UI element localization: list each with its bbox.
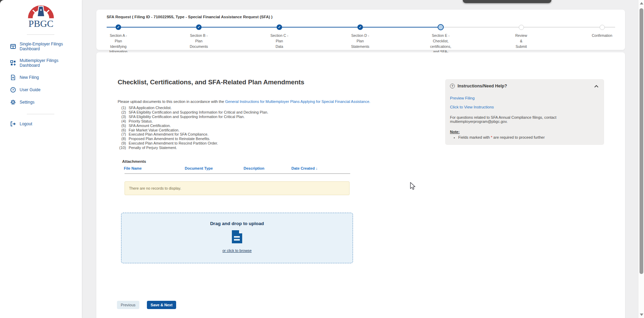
sidebar-item-label: New Filing — [20, 75, 39, 80]
step-completed-icon: ✓ — [277, 24, 282, 30]
sidebar-item-multiemployer-dashboard[interactable]: Multiemployer Filings Dashboard — [0, 55, 82, 71]
filing-title: SFA Request ( Filing ID - 710022955, Typ… — [107, 15, 272, 19]
step-section-c[interactable]: ✓ Section C - Plan Data — [260, 24, 299, 49]
help-panel-body: Preview Filing Click to View Instruction… — [445, 92, 604, 145]
scrollbar-thumb[interactable] — [640, 8, 643, 274]
grid-plus-icon — [10, 60, 16, 66]
sidebar: ★ PBGC Single-Employer Filings Dashboard… — [0, 0, 82, 318]
contact-text: For questions related to SFA Annual Comp… — [450, 115, 599, 124]
checklist-item: (9)Executed Plan Amendment to Rescind Pa… — [116, 141, 268, 146]
gear-icon — [10, 99, 16, 105]
sort-descending-icon: ↓ — [316, 166, 318, 170]
intro-text: Please upload documents to this section … — [118, 99, 370, 104]
sidebar-item-logout[interactable]: Logout — [0, 118, 82, 130]
checklist-item: (1)SFA Application Checklist. — [116, 106, 268, 110]
step-label: Section C - Plan Data — [260, 33, 299, 49]
intro-prefix: Please upload documents to this section … — [118, 99, 225, 104]
step-section-d[interactable]: ✓ Section D - Plan Statements — [341, 24, 379, 49]
wizard-stepper: ✓ Section A - Plan Identifying Informati… — [96, 24, 625, 48]
note-list: Fields marked with * are required to pro… — [450, 135, 599, 139]
step-label: Confirmation — [583, 33, 621, 39]
step-pending-icon — [519, 25, 524, 30]
scroll-down-arrow-icon[interactable] — [640, 314, 643, 316]
sidebar-item-settings[interactable]: Settings — [0, 96, 82, 108]
sidebar-divider — [27, 34, 54, 35]
checklist-item: (3)SFA Eligibility Certification and Sup… — [116, 115, 268, 119]
column-header-description[interactable]: Description — [244, 166, 291, 170]
step-completed-icon: ✓ — [357, 24, 363, 30]
filing-header-card: SFA Request ( Filing ID - 710022955, Typ… — [96, 10, 625, 50]
vertical-scrollbar[interactable] — [638, 0, 644, 318]
sidebar-item-user-guide[interactable]: ? User Guide — [0, 84, 82, 96]
column-header-file-name[interactable]: File Name — [124, 166, 185, 170]
question-circle-icon: ? — [450, 84, 455, 88]
step-review-submit[interactable]: Review & Submit — [502, 24, 540, 49]
general-instructions-link[interactable]: General Instructions for Multiemployer P… — [225, 99, 370, 104]
no-records-message: There are no records to display. — [129, 186, 181, 190]
save-and-next-button[interactable]: Save & Next — [147, 301, 176, 309]
upload-title: Drag and drop to upload — [210, 221, 264, 226]
table-header-rule — [125, 173, 350, 174]
form-actions: Previous Save & Next — [117, 301, 176, 309]
step-section-b[interactable]: ✓ Section B - Plan Documents — [180, 24, 218, 49]
scroll-up-arrow-icon[interactable] — [640, 2, 643, 4]
step-completed-icon: ✓ — [196, 24, 202, 30]
upload-dropzone[interactable]: Drag and drop to upload or click to brow… — [121, 213, 353, 263]
step-completed-icon: ✓ — [116, 24, 121, 30]
checklist-item: (4)Priority Status. — [116, 119, 268, 124]
sidebar-item-single-employer-dashboard[interactable]: Single-Employer Filings Dashboard — [0, 38, 82, 55]
pbgc-logo: ★ PBGC — [0, 0, 82, 30]
sidebar-item-label: User Guide — [20, 87, 41, 92]
attachments-heading: Attachments — [122, 159, 146, 163]
sidebar-divider — [27, 114, 54, 114]
collapsed-browser-toast — [463, 0, 551, 3]
click-to-browse-link[interactable]: or click to browse — [223, 248, 252, 253]
column-header-date-created[interactable]: Date Created↓ — [291, 166, 351, 170]
document-upload-icon — [231, 230, 243, 245]
preview-filing-link[interactable]: Preview Filing — [450, 96, 599, 100]
column-header-document-type[interactable]: Document Type — [185, 166, 244, 170]
checklist-item: (6)Fair Market Value Certification. — [116, 128, 268, 132]
checklist-item: (7)Executed Plan Amendment for SFA Compl… — [116, 132, 268, 137]
view-instructions-link[interactable]: Click to View Instructions — [450, 105, 599, 109]
step-pending-icon — [600, 25, 605, 30]
note-label: Note: — [450, 130, 599, 134]
step-label: Section A - Plan Identifying Information — [99, 33, 138, 55]
help-circle-icon: ? — [10, 87, 16, 93]
page-title: Checklist, Certifications, and SFA-Relat… — [118, 78, 304, 86]
step-confirmation[interactable]: Confirmation — [583, 24, 621, 39]
help-panel-header[interactable]: ? Instructions/Need Help? — [445, 79, 604, 92]
svg-text:PBGC: PBGC — [29, 18, 54, 29]
chevron-up-icon[interactable] — [594, 83, 599, 89]
new-file-icon — [10, 75, 16, 80]
checklist-item: (5)SFA Amount Certification. — [116, 124, 268, 128]
svg-text:★: ★ — [40, 8, 42, 12]
svg-text:?: ? — [12, 88, 14, 92]
instructions-help-panel: ? Instructions/Need Help? Preview Filing… — [445, 79, 604, 145]
checklist-item: (10)Penalty of Perjury Statement. — [116, 146, 268, 150]
sidebar-item-label: Single-Employer Filings Dashboard — [20, 42, 79, 51]
dashboard-icon — [10, 44, 16, 49]
step-section-a[interactable]: ✓ Section A - Plan Identifying Informati… — [99, 24, 138, 55]
note-item: Fields marked with * are required to pro… — [458, 135, 599, 139]
checklist-item: (8)Proposed Plan Amendment to Reinstate … — [116, 137, 268, 141]
step-label: Section D - Plan Statements — [341, 33, 379, 49]
attachments-table-header: File Name Document Type Description Date… — [124, 166, 351, 170]
sidebar-item-new-filing[interactable]: New Filing — [0, 71, 82, 84]
sidebar-item-label: Logout — [20, 121, 32, 126]
checklist-item: (2)SFA Eligibility Certification and Sup… — [116, 110, 268, 115]
help-panel-title: Instructions/Need Help? — [458, 84, 594, 88]
logout-icon — [10, 121, 16, 127]
sidebar-item-label: Settings — [20, 100, 34, 105]
step-current-icon — [438, 24, 444, 30]
step-label: Section B - Plan Documents — [180, 33, 218, 49]
document-checklist: (1)SFA Application Checklist. (2)SFA Eli… — [116, 106, 268, 150]
previous-button[interactable]: Previous — [117, 301, 139, 309]
no-records-alert: There are no records to display. — [125, 181, 350, 195]
step-label: Review & Submit — [502, 33, 540, 49]
sidebar-item-label: Multiemployer Filings Dashboard — [20, 58, 79, 68]
